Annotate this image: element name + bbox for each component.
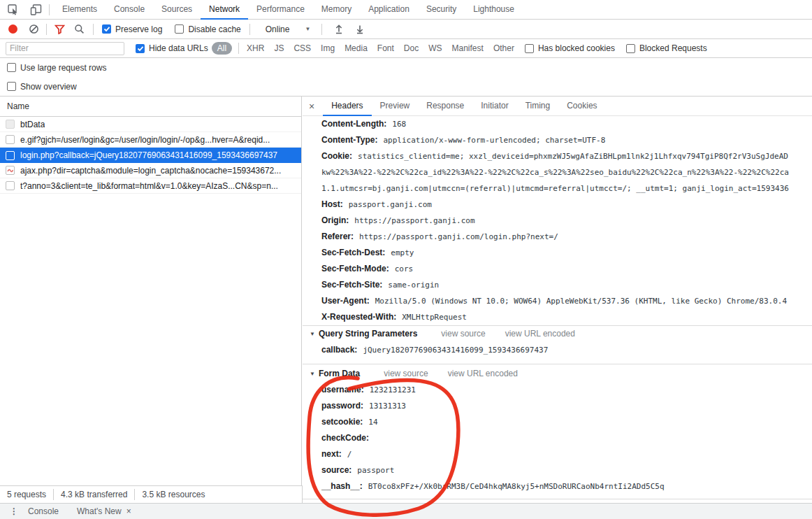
request-name: t?anno=3&client=te_lib&format=html&v=1.0… [20,181,278,191]
close-icon[interactable]: × [126,506,131,516]
section-title-row: ▼ Form Data view source view URL encoded [303,366,812,382]
filter-type-css[interactable]: CSS [289,43,316,53]
view-url-encoded-link[interactable]: view URL encoded [448,366,518,382]
filter-type-img[interactable]: Img [316,43,340,53]
tab-preview[interactable]: Preview [372,97,419,116]
preserve-log-checkbox[interactable] [102,24,111,34]
tab-memory[interactable]: Memory [313,0,360,20]
network-summary-bar: 5 requests 4.3 kB transferred 3.5 kB res… [0,485,303,503]
search-button[interactable] [73,24,85,35]
header-name: Sec-Fetch-Mode: [321,264,389,273]
close-icon[interactable]: × [303,101,323,112]
drawer-tab-console[interactable]: Console [28,506,59,516]
tab-elements[interactable]: Elements [54,0,106,20]
headers-content: Content-Length:168 Content-Type:applicat… [303,116,812,503]
tab-headers[interactable]: Headers [323,97,371,116]
view-source-link[interactable]: view source [384,366,428,382]
header-value: Mozilla/5.0 (Windows NT 10.0; WOW64) App… [375,297,787,306]
has-blocked-cookies-label[interactable]: Has blocked cookies [538,43,615,53]
tab-application[interactable]: Application [360,0,418,20]
network-filter-bar: Hide data URLs All XHR JS CSS Img Media … [0,39,812,58]
tab-timing[interactable]: Timing [517,97,559,116]
request-row-ajax-captcha[interactable]: ajax.php?dir=captcha&module=login_captch… [0,163,301,178]
record-network-log-icon[interactable] [8,24,17,34]
request-row-btdata[interactable]: btData [0,117,301,132]
use-large-request-rows-checkbox[interactable] [7,63,16,72]
filter-type-all[interactable]: All [212,42,232,55]
devtools-tabbar: Elements Console Sources Network Perform… [0,0,812,20]
request-row-login-selected[interactable]: login.php?callback=jQuery182077690634314… [0,148,301,163]
request-name: e.gif?gjch=/user/login&gc=/user/login/lo… [20,135,270,145]
transferred-size: 4.3 kB transferred [61,490,127,499]
header-line: Content-Type:application/x-www-form-urle… [303,132,812,148]
divider [53,489,54,500]
filter-type-xhr[interactable]: XHR [242,43,269,53]
overflow-menu-icon[interactable]: ⋮ [10,506,18,516]
header-name: X-Requested-With: [321,312,396,322]
filter-type-ws[interactable]: WS [423,43,447,53]
header-value: 168 [392,120,406,129]
filter-type-media[interactable]: Media [340,43,372,53]
tab-network[interactable]: Network [201,0,248,20]
export-har-button[interactable] [354,24,365,35]
request-row-egif[interactable]: e.gif?gjch=/user/login&gc=/user/login/lo… [0,132,301,148]
filter-type-js[interactable]: JS [269,43,289,53]
clear-network-log-button[interactable] [28,24,39,35]
name-column-header[interactable]: Name [0,97,301,117]
preserve-log-label[interactable]: Preserve log [115,24,162,34]
divider [93,24,94,35]
header-value: application/x-www-form-urlencoded; chars… [383,136,605,145]
tab-response[interactable]: Response [418,97,472,116]
tab-lighthouse[interactable]: Lighthouse [465,0,523,20]
tab-sources[interactable]: Sources [153,0,201,20]
clear-icon [29,24,39,34]
disable-cache-checkbox[interactable] [175,24,184,34]
disable-cache-label[interactable]: Disable cache [188,24,240,34]
show-overview-checkbox[interactable] [7,82,16,91]
large-rows-option-row: Use large request rows [0,58,812,77]
file-icon [6,181,15,190]
inspect-element-button[interactable] [4,1,22,18]
has-blocked-cookies-checkbox[interactable] [525,44,534,53]
requests-count: 5 requests [7,490,46,499]
hide-data-urls-label[interactable]: Hide data URLs [149,43,208,53]
show-overview-label[interactable]: Show overview [20,82,77,92]
section-title[interactable]: Form Data [319,366,360,382]
section-title[interactable]: Query String Parameters [319,326,417,342]
param-name: checkCode: [321,433,369,443]
hide-data-urls-checkbox[interactable] [136,44,145,53]
param-line: __hash__:BT0co8xPFz+/Xk0brRM3B/CeD4hkqMA… [303,478,812,495]
tab-initiator[interactable]: Initiator [472,97,516,116]
blocked-requests-checkbox[interactable] [626,44,635,53]
header-name: Origin: [321,215,349,225]
tab-security[interactable]: Security [418,0,465,20]
disclosure-triangle-icon[interactable]: ▼ [310,366,315,382]
disclosure-triangle-icon[interactable]: ▼ [310,326,315,342]
use-large-request-rows-label[interactable]: Use large request rows [20,63,106,73]
request-row-tanno[interactable]: t?anno=3&client=te_lib&format=html&v=1.0… [0,178,301,194]
tab-performance[interactable]: Performance [248,0,313,20]
inspect-cursor-icon [8,4,20,15]
header-name: Content-Type: [321,135,377,145]
filter-type-other[interactable]: Other [488,43,519,53]
view-url-encoded-link[interactable]: view URL encoded [505,326,575,342]
tab-cookies[interactable]: Cookies [558,97,605,116]
import-har-button[interactable] [333,24,345,35]
filter-input[interactable] [6,42,124,55]
header-line-continuation: 1.1.utmcsr=bj.ganji.com|utmccn=(referral… [303,180,812,197]
filter-type-manifest[interactable]: Manifest [447,43,488,53]
device-toolbar-button[interactable] [27,1,45,18]
filter-type-font[interactable]: Font [372,43,399,53]
blocked-requests-label[interactable]: Blocked Requests [639,43,707,53]
param-name: __hash__: [321,481,363,491]
divider [49,4,50,15]
filter-type-doc[interactable]: Doc [399,43,423,53]
param-line: password:13131313 [303,398,812,414]
tab-console[interactable]: Console [106,0,153,20]
header-line: Origin:https://passport.ganji.com [303,213,812,229]
param-line: checkCode: [303,430,812,446]
filter-toggle-button[interactable] [54,24,65,35]
throttling-dropdown[interactable]: Online ▼ [266,24,311,34]
view-source-link[interactable]: view source [441,326,485,342]
drawer-tab-whats-new[interactable]: What's New× [77,506,131,516]
